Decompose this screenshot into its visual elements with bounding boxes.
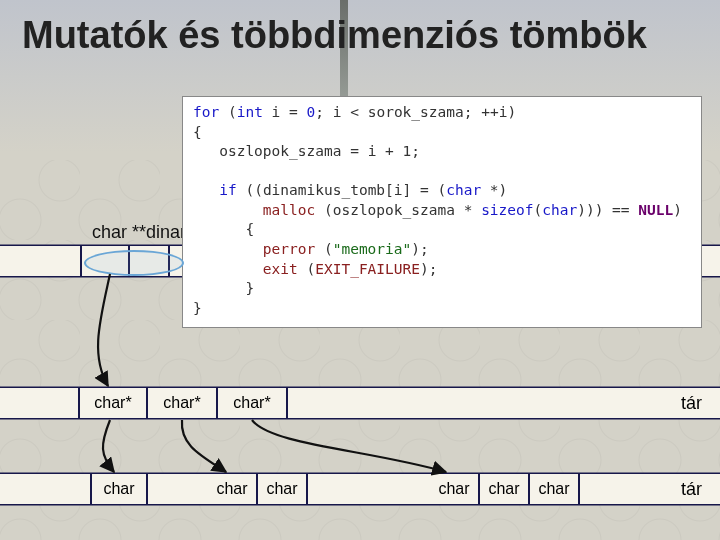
- var-label: char **dinam: [92, 222, 195, 243]
- memory-strip-char: char char char char char char tár: [0, 474, 720, 504]
- highlight-ellipse: [84, 250, 184, 276]
- page-title: Mutatók és többdimenziós tömbök: [0, 0, 720, 57]
- cell-char-7: char: [530, 474, 580, 504]
- cell-charptr-1: char*: [148, 388, 218, 418]
- cell-charptr-0: char*: [78, 388, 148, 418]
- heap-label-1: tár: [681, 388, 702, 418]
- cell-char-2: char: [208, 474, 258, 504]
- memory-strip-charptr: char* char* char* tár: [0, 388, 720, 418]
- cell-char-5: char: [430, 474, 480, 504]
- cell-char-3: char: [258, 474, 308, 504]
- cell-char-6: char: [480, 474, 530, 504]
- code-block: for (int i = 0; i < sorok_szama; ++i) { …: [182, 96, 702, 328]
- heap-label-2: tár: [681, 474, 702, 504]
- cell-charptr-2: char*: [218, 388, 288, 418]
- cell-char-0: char: [90, 474, 148, 504]
